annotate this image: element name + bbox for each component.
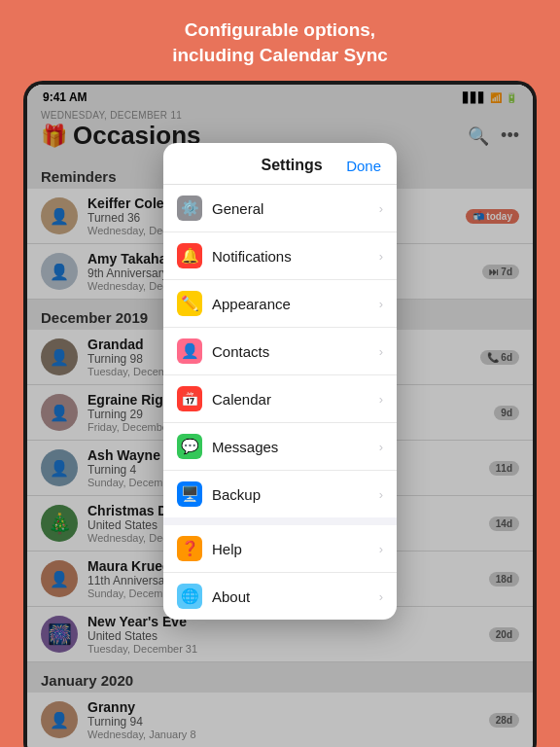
- settings-overlay: Settings Done ⚙️ General › 🔔 Notificatio…: [27, 85, 533, 747]
- general-icon: ⚙️: [177, 196, 202, 221]
- settings-item-notifications[interactable]: 🔔 Notifications ›: [163, 232, 397, 280]
- settings-done-button[interactable]: Done: [346, 158, 381, 174]
- backup-icon: 🖥️: [177, 481, 202, 507]
- chevron-icon: ›: [379, 440, 383, 454]
- chevron-icon: ›: [379, 542, 383, 556]
- top-banner: Configurable options,including Calendar …: [0, 0, 560, 81]
- settings-label-general: General: [212, 200, 379, 217]
- device-screen: 9:41 AM ▋▋▋ 📶 🔋 Wednesday, December 11 🎁…: [27, 85, 533, 747]
- settings-list: ⚙️ General › 🔔 Notifications › ✏️ Appear…: [163, 185, 397, 517]
- settings-title: Settings: [237, 157, 346, 174]
- chevron-icon: ›: [379, 201, 383, 216]
- settings-label-calendar: Calendar: [212, 391, 379, 408]
- notifications-icon: 🔔: [177, 243, 202, 268]
- help-icon: ❓: [177, 536, 202, 561]
- messages-icon: 💬: [177, 434, 202, 459]
- chevron-icon: ›: [379, 297, 383, 311]
- settings-item-calendar[interactable]: 📅 Calendar ›: [163, 375, 397, 423]
- settings-label-contacts: Contacts: [212, 343, 379, 360]
- settings-item-about[interactable]: 🌐 About ›: [163, 573, 397, 620]
- about-icon: 🌐: [177, 584, 202, 609]
- settings-label-backup: Backup: [212, 486, 379, 503]
- contacts-icon: 👤: [177, 338, 202, 364]
- settings-label-appearance: Appearance: [212, 296, 379, 312]
- settings-item-help[interactable]: ❓ Help ›: [163, 525, 397, 573]
- settings-item-general[interactable]: ⚙️ General ›: [163, 185, 397, 232]
- chevron-icon: ›: [379, 487, 383, 502]
- chevron-icon: ›: [379, 249, 383, 264]
- settings-label-help: Help: [212, 541, 379, 557]
- appearance-icon: ✏️: [177, 291, 202, 316]
- settings-item-contacts[interactable]: 👤 Contacts ›: [163, 328, 397, 375]
- settings-item-messages[interactable]: 💬 Messages ›: [163, 423, 397, 471]
- chevron-icon: ›: [379, 344, 383, 359]
- settings-label-about: About: [212, 588, 379, 605]
- settings-label-notifications: Notifications: [212, 248, 379, 265]
- settings-label-messages: Messages: [212, 439, 379, 455]
- banner-title: Configurable options,including Calendar …: [23, 18, 537, 67]
- settings-panel: Settings Done ⚙️ General › 🔔 Notificatio…: [163, 143, 397, 620]
- calendar-icon: 📅: [177, 386, 202, 411]
- settings-list-2: ❓ Help › 🌐 About ›: [163, 525, 397, 620]
- settings-header: Settings Done: [163, 143, 397, 185]
- device-frame: 9:41 AM ▋▋▋ 📶 🔋 Wednesday, December 11 🎁…: [23, 81, 537, 747]
- settings-item-appearance[interactable]: ✏️ Appearance ›: [163, 280, 397, 328]
- settings-item-backup[interactable]: 🖥️ Backup ›: [163, 471, 397, 517]
- settings-separator: [163, 517, 397, 525]
- chevron-icon: ›: [379, 589, 383, 604]
- chevron-icon: ›: [379, 392, 383, 407]
